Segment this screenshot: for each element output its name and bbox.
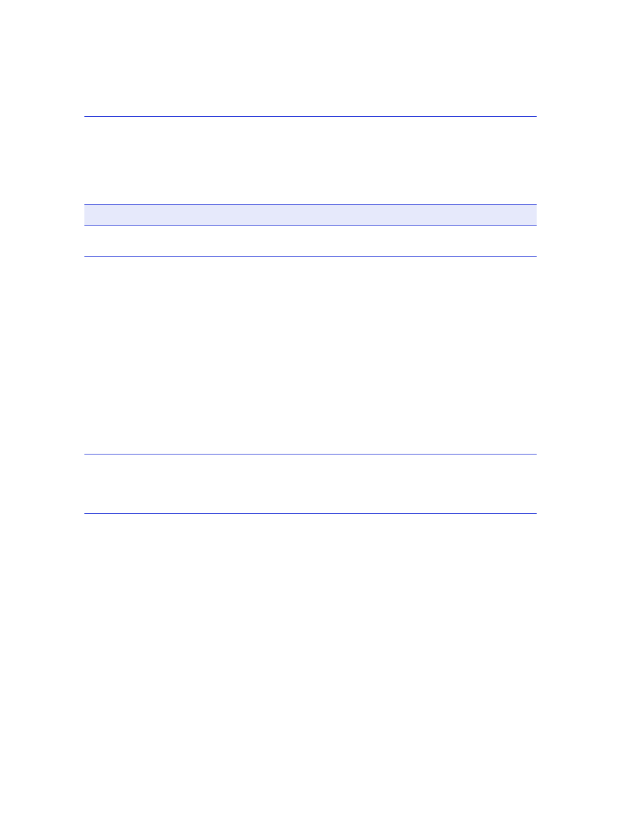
horizontal-rule bbox=[84, 454, 537, 454]
horizontal-rule bbox=[84, 116, 537, 117]
horizontal-rule bbox=[84, 256, 537, 257]
horizontal-rule bbox=[84, 513, 537, 514]
highlight-band bbox=[84, 204, 537, 226]
document-page bbox=[0, 0, 644, 834]
